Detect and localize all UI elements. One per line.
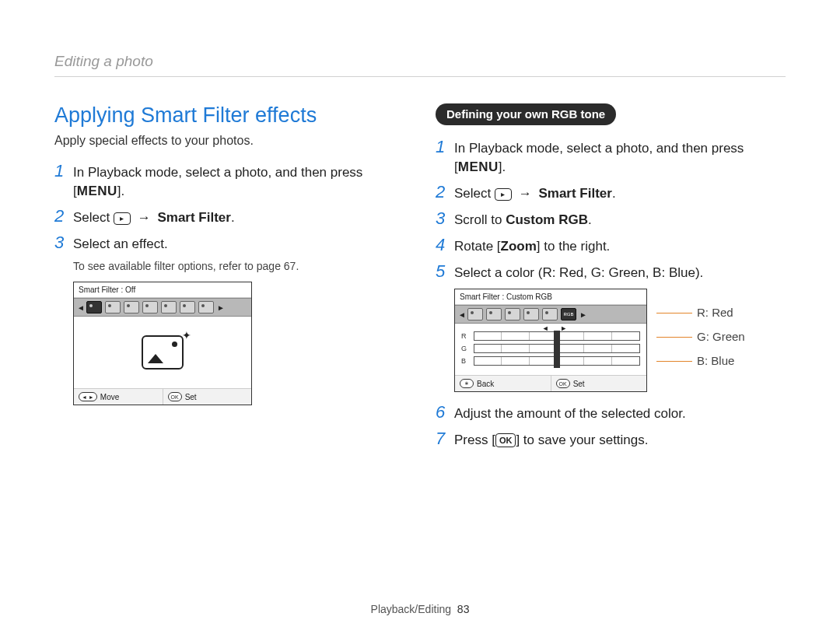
page-footer: Playback/Editing 83 [0,603,840,615]
filter-icon [142,301,158,313]
step-number: 1 [54,162,73,180]
arrow-icon: → [516,186,535,201]
play-icon: ▸ [495,188,512,201]
step-text: Scroll to [454,212,506,227]
r-slider: ◄ ► [474,331,640,341]
step-text: Select a color (R: Red, G: Green, B: Blu… [454,262,786,282]
foot-set-label: Set [573,380,585,388]
screen-title: Smart Filter : Off [74,282,251,298]
foot-move-label: Move [100,393,119,401]
step-number: 2 [436,183,454,201]
right-step-1: 1 In Playback mode, select a photo, and … [436,138,786,177]
callout-g: G: Green [697,330,745,343]
smart-filter-label: Smart Filter [157,210,230,225]
foot-set-label: Set [185,393,197,401]
right-step-6: 6 Adjust the amount of the selected colo… [436,403,786,423]
step-number: 5 [436,262,454,281]
step-number: 6 [436,403,454,422]
filter-icon [542,308,558,321]
two-column-layout: Applying Smart Filter effects Apply spec… [54,103,786,456]
b-label: B [461,357,469,365]
chevron-left-icon: ◄ [77,303,83,312]
filter-icon-selected [86,301,102,313]
filter-icon [198,301,214,313]
filter-icon-rgb-selected: RGB [561,308,576,321]
step-text: Press [ [454,433,495,447]
right-step-5: 5 Select a color (R: Red, G: Green, B: B… [436,262,786,282]
filter-icon [161,301,177,313]
arrow-icon: → [135,210,154,225]
smart-filter-label: Smart Filter [538,186,611,201]
nav-key-icon: ◄ ► [79,392,97,401]
left-step-1: 1 In Playback mode, select a photo, and … [54,162,404,201]
b-slider [474,356,640,366]
step-text: In Playback mode, select a photo, and th… [73,165,362,180]
back-key-icon: ∗ [460,379,474,388]
callout-r: R: Red [697,306,733,319]
page-number: 83 [457,603,470,615]
g-label: G [461,345,469,352]
left-step-2: 2 Select ▸ → Smart Filter. [54,207,404,227]
play-icon: ▸ [114,212,131,225]
ok-key-icon: OK [495,433,516,447]
filter-icon-strip: ◄ ► [74,298,251,317]
step-text: Select [73,210,114,225]
manual-page: Editing a photo Applying Smart Filter ef… [0,0,840,634]
left-column: Applying Smart Filter effects Apply spec… [54,103,404,456]
note-text: To see available filter options, refer t… [73,260,404,272]
step-text: In Playback mode, select a photo, and th… [454,141,744,156]
step-number: 1 [436,138,454,156]
right-column: Defining your own RGB tone 1 In Playback… [436,103,786,456]
right-step-7: 7 Press [OK] to save your settings. [436,429,786,450]
filter-icon [467,308,483,321]
r-label: R [461,332,469,340]
right-step-2: 2 Select ▸ → Smart Filter. [436,183,786,203]
rgb-sliders: R ◄ ► G [455,324,646,375]
step-text: ] to the right. [537,239,611,254]
step-number: 7 [436,429,454,448]
g-slider [474,344,640,353]
menu-key: MENU [77,184,117,198]
step-text: Rotate [ [454,239,501,254]
intro-text: Apply special effects to your photos. [54,134,404,148]
filter-icon [523,308,539,321]
camera-screen-smart-filter: Smart Filter : Off ◄ ► [73,282,252,405]
chevron-right-icon: ► [579,310,586,319]
ok-key-icon: OK [556,379,570,388]
section-header: Editing a photo [54,53,786,77]
filter-icon [505,308,520,321]
screen-preview: ✦ [74,317,251,388]
step-text: Adjust the amount of the selected color. [454,403,786,423]
camera-screen-custom-rgb: Smart Filter : Custom RGB ◄ RGB ► R [454,289,647,392]
right-step-4: 4 Rotate [Zoom] to the right. [436,236,786,256]
step-number: 4 [436,236,454,254]
step-number: 3 [436,209,454,228]
screen-footer: ∗Back OKSet [455,375,646,391]
filter-icon [124,301,139,313]
chevron-right-icon: ► [217,303,223,312]
rgb-callouts: R: Red G: Green B: Blue [656,289,745,367]
page-title: Applying Smart Filter effects [54,103,404,128]
screen-title: Smart Filter : Custom RGB [455,289,646,305]
screen-footer: ◄ ►Move OKSet [74,388,251,405]
filter-icon [180,301,195,313]
chevron-left-icon: ◄ [458,310,464,319]
foot-back-label: Back [477,380,494,388]
menu-key: MENU [458,159,499,174]
sparkle-icon: ✦ [182,329,191,342]
filter-icon-strip: ◄ RGB ► [455,305,646,324]
step-text: Select an effect. [73,233,404,254]
subsection-pill: Defining your own RGB tone [436,103,616,125]
filter-icon [105,301,121,313]
step-text: Select [454,186,495,201]
filter-icon [486,308,502,321]
left-step-3: 3 Select an effect. [54,233,404,254]
right-step-3: 3 Scroll to Custom RGB. [436,209,786,229]
step-number: 2 [54,207,73,226]
photo-icon [142,335,184,370]
step-number: 3 [54,233,73,252]
step-text: ] to save your settings. [516,433,648,447]
zoom-label: Zoom [501,239,537,254]
callout-b: B: Blue [697,354,734,367]
custom-rgb-label: Custom RGB [506,212,588,227]
